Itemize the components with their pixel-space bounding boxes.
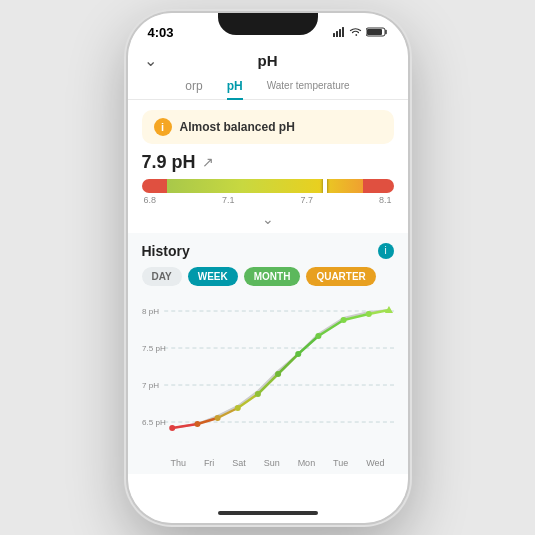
- period-month[interactable]: MONTH: [244, 267, 301, 286]
- alert-message: Almost balanced pH: [180, 120, 295, 134]
- ph-gauge: 6.8 7.1 7.7 8.1: [142, 179, 394, 205]
- history-title: History: [142, 243, 190, 259]
- chart-svg: 8 pH 7.5 pH 7 pH 6.5 pH: [142, 296, 394, 456]
- notch: [218, 13, 318, 35]
- svg-rect-2: [339, 29, 341, 37]
- status-icons: [333, 27, 388, 37]
- phone-frame: 4:03: [128, 13, 408, 523]
- y-label-8ph: 8 pH: [142, 307, 159, 316]
- chart-container: 8 pH 7.5 pH 7 pH 6.5 pH: [142, 296, 394, 456]
- y-label-75ph: 7.5 pH: [142, 344, 166, 353]
- history-section: History i DAY WEEK MONTH QUARTER: [128, 233, 408, 474]
- chart-segment-orange-1: [197, 418, 217, 424]
- svg-rect-1: [336, 31, 338, 37]
- alert-icon: i: [154, 118, 172, 136]
- alert-banner: i Almost balanced pH: [142, 110, 394, 144]
- day-tue: Tue: [333, 458, 348, 468]
- header-title: pH: [258, 52, 278, 69]
- gauge-segment-right-red: [363, 179, 393, 193]
- tab-ph[interactable]: pH: [227, 79, 243, 99]
- tab-water-temp[interactable]: Water temperature: [267, 79, 350, 99]
- day-mon: Mon: [298, 458, 316, 468]
- day-thu: Thu: [170, 458, 186, 468]
- history-info-icon[interactable]: i: [378, 243, 394, 259]
- y-label-65ph: 6.5 pH: [142, 418, 166, 427]
- gauge-bar: [142, 179, 394, 193]
- chart-dot-tue: [275, 371, 281, 377]
- period-buttons: DAY WEEK MONTH QUARTER: [142, 267, 394, 286]
- chart-dot-fri: [194, 421, 200, 427]
- chart-dot-sun: [234, 405, 240, 411]
- tab-orp[interactable]: orp: [185, 79, 202, 99]
- chart-dot-thu: [169, 425, 175, 431]
- chart-dot-mon: [254, 391, 260, 397]
- tab-bar: orp pH Water temperature: [128, 73, 408, 100]
- chart-dot-wed-1: [295, 351, 301, 357]
- gauge-segment-left-red: [142, 179, 167, 193]
- header: ⌄ pH: [128, 44, 408, 73]
- chart-segment-yellow-2: [237, 394, 257, 408]
- chart-segment-yellow-1: [217, 408, 237, 418]
- battery-icon: [366, 27, 388, 37]
- gauge-label-1: 6.8: [144, 195, 157, 205]
- period-week[interactable]: WEEK: [188, 267, 238, 286]
- phone-screen: 4:03: [128, 13, 408, 523]
- gauge-segment-green: [167, 179, 318, 193]
- day-fri: Fri: [204, 458, 215, 468]
- chart-dot-sat: [214, 415, 220, 421]
- day-sun: Sun: [264, 458, 280, 468]
- gauge-label-4: 8.1: [379, 195, 392, 205]
- signal-icon: [333, 27, 345, 37]
- chart-segment-green-1: [257, 374, 277, 394]
- day-wed: Wed: [366, 458, 384, 468]
- status-time: 4:03: [148, 25, 174, 40]
- chart-line-bg: [172, 310, 389, 428]
- ph-value-row: 7.9 pH ↗: [128, 150, 408, 179]
- wifi-icon: [349, 27, 362, 37]
- back-button[interactable]: ⌄: [144, 51, 157, 70]
- expand-button[interactable]: ⌄: [128, 209, 408, 229]
- chart-dot-wed-4: [365, 311, 371, 317]
- chart-segment-green-2: [278, 354, 298, 374]
- period-day[interactable]: DAY: [142, 267, 182, 286]
- history-header: History i: [142, 243, 394, 259]
- ph-trend-arrow: ↗: [202, 154, 214, 170]
- svg-rect-3: [342, 27, 344, 37]
- chart-dot-wed-3: [340, 317, 346, 323]
- day-sat: Sat: [232, 458, 246, 468]
- ph-number: 7.9 pH: [142, 152, 196, 173]
- day-labels: Thu Fri Sat Sun Mon Tue Wed: [142, 456, 394, 468]
- gauge-label-2: 7.1: [222, 195, 235, 205]
- chart-segment-green-4: [318, 320, 343, 336]
- gauge-label-3: 7.7: [300, 195, 313, 205]
- home-indicator: [218, 511, 318, 515]
- y-label-7ph: 7 pH: [142, 381, 159, 390]
- chart-segment-red-1: [172, 424, 197, 428]
- svg-rect-0: [333, 33, 335, 37]
- svg-rect-5: [367, 29, 382, 35]
- chart-segment-green-3: [298, 336, 318, 354]
- chart-dot-wed-2: [315, 333, 321, 339]
- period-quarter[interactable]: QUARTER: [306, 267, 375, 286]
- gauge-indicator: [323, 179, 327, 193]
- gauge-labels: 6.8 7.1 7.7 8.1: [142, 193, 394, 205]
